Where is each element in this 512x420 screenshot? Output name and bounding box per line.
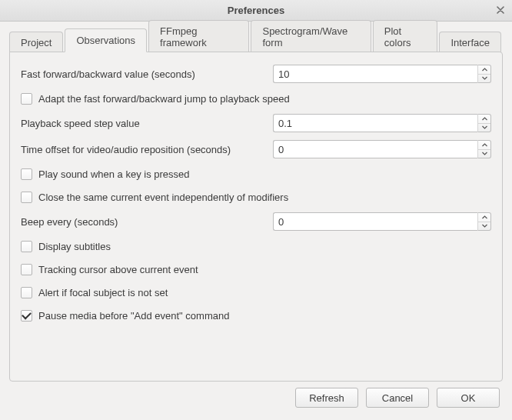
tab-spectrogram-waveform[interactable]: Spectrogram/Wave form bbox=[251, 20, 371, 53]
close-event-label: Close the same current event independent… bbox=[38, 192, 288, 203]
tab-bar: Project Observations FFmpeg framework Sp… bbox=[9, 29, 503, 52]
alert-focal-checkbox[interactable] bbox=[21, 287, 32, 298]
chevron-up-icon[interactable] bbox=[478, 65, 490, 75]
playback-speed-step-label: Playback speed step value bbox=[21, 118, 273, 129]
dialog-buttons: Refresh Cancel OK bbox=[9, 382, 503, 414]
tab-plot-colors[interactable]: Plot colors bbox=[373, 20, 438, 53]
close-event-checkbox[interactable] bbox=[21, 192, 32, 203]
pause-media-checkbox[interactable] bbox=[21, 310, 32, 322]
chevron-down-icon[interactable] bbox=[478, 75, 490, 83]
playback-speed-step-input[interactable] bbox=[273, 114, 477, 132]
adapt-jump-label: Adapt the fast forward/backward jump to … bbox=[38, 93, 290, 105]
chevron-down-icon[interactable] bbox=[478, 124, 490, 132]
tab-interface[interactable]: Interface bbox=[439, 32, 501, 53]
close-icon[interactable] bbox=[494, 4, 507, 16]
chevron-up-icon[interactable] bbox=[478, 141, 490, 150]
tracking-cursor-checkbox[interactable] bbox=[21, 264, 32, 275]
observations-panel: Fast forward/backward value (seconds) Ad… bbox=[9, 52, 503, 382]
window-title: Preferences bbox=[0, 5, 512, 16]
content-area: Project Observations FFmpeg framework Sp… bbox=[0, 22, 512, 420]
preferences-window: Preferences Project Observations FFmpeg … bbox=[0, 0, 512, 420]
chevron-up-icon[interactable] bbox=[478, 115, 490, 124]
tracking-cursor-label: Tracking cursor above current event bbox=[38, 264, 198, 275]
play-sound-checkbox[interactable] bbox=[21, 168, 32, 180]
adapt-jump-checkbox[interactable] bbox=[21, 93, 32, 105]
display-subtitles-label: Display subtitles bbox=[38, 241, 111, 252]
chevron-down-icon[interactable] bbox=[478, 150, 490, 158]
play-sound-label: Play sound when a key is pressed bbox=[38, 168, 190, 180]
fast-forward-backward-input[interactable] bbox=[273, 65, 477, 83]
beep-every-input[interactable] bbox=[273, 212, 477, 231]
chevron-down-icon[interactable] bbox=[478, 222, 490, 231]
playback-speed-step-spinbox[interactable] bbox=[273, 114, 491, 132]
alert-focal-label: Alert if focal subject is not set bbox=[38, 287, 168, 298]
cancel-button[interactable]: Cancel bbox=[366, 388, 429, 408]
fast-forward-backward-label: Fast forward/backward value (seconds) bbox=[21, 68, 273, 80]
display-subtitles-checkbox[interactable] bbox=[21, 241, 32, 252]
fast-forward-backward-spinbox[interactable] bbox=[273, 65, 491, 83]
time-offset-spinbox[interactable] bbox=[273, 140, 491, 158]
pause-media-label: Pause media before "Add event" command bbox=[38, 310, 229, 322]
time-offset-label: Time offset for video/audio reposition (… bbox=[21, 144, 273, 155]
titlebar: Preferences bbox=[0, 0, 512, 22]
refresh-button[interactable]: Refresh bbox=[295, 388, 358, 408]
chevron-up-icon[interactable] bbox=[478, 213, 490, 222]
time-offset-input[interactable] bbox=[273, 140, 477, 158]
tab-project[interactable]: Project bbox=[9, 32, 63, 53]
ok-button[interactable]: OK bbox=[437, 388, 500, 408]
tab-observations[interactable]: Observations bbox=[65, 28, 147, 52]
beep-every-label: Beep every (seconds) bbox=[21, 216, 273, 228]
beep-every-spinbox[interactable] bbox=[273, 212, 491, 231]
tab-ffmpeg-framework[interactable]: FFmpeg framework bbox=[148, 20, 249, 53]
